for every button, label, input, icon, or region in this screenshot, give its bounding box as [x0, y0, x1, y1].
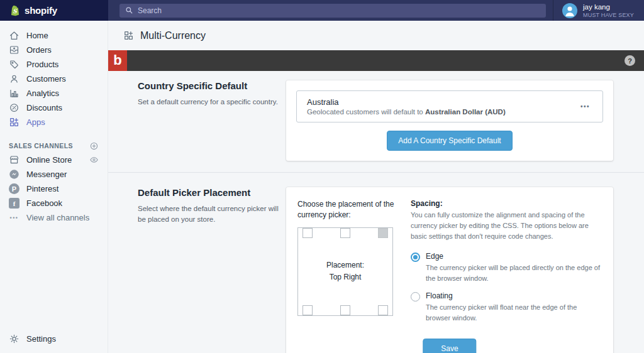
more-channels-icon: •••	[9, 215, 19, 221]
add-channel-icon[interactable]	[89, 141, 99, 151]
sidebar-item-label: Pinterest	[26, 184, 58, 193]
apps-icon	[9, 117, 19, 128]
gear-icon	[9, 334, 19, 344]
sidebar-item-label: Products	[26, 60, 58, 69]
placement-current-value: Placement: Top Right	[298, 228, 392, 315]
sidebar-item-label: Messenger	[26, 170, 67, 179]
page-header: Multi-Currency	[108, 21, 644, 50]
sidebar-item-view-all-channels[interactable]: ••• View all channels	[0, 210, 108, 225]
country-default-intro: Country Specific Default Set a default c…	[138, 80, 286, 161]
app-banner: b ?	[108, 50, 644, 71]
edge-radio[interactable]	[411, 253, 420, 262]
sidebar-item-label: Analytics	[26, 89, 59, 98]
shopify-logo[interactable]: S shopify	[0, 0, 108, 21]
spacing-description: You can fully customize the alignment an…	[411, 210, 602, 242]
spacing-option-edge: Edge The currency picker will be placed …	[411, 252, 602, 283]
pinterest-icon: P	[9, 183, 19, 194]
spacing-option-floating: Floating The currency picker will float …	[411, 291, 602, 323]
sidebar-item-apps[interactable]: Apps	[0, 115, 108, 129]
storefront-icon	[9, 155, 19, 165]
sidebar-item-label: Home	[26, 31, 48, 40]
sidebar-item-label: Facebook	[26, 198, 62, 208]
sidebar-item-label: Apps	[26, 117, 45, 127]
facebook-icon: f	[9, 198, 19, 209]
person-icon	[9, 73, 19, 84]
country-entry-row: Australia Geolocated customers will defa…	[296, 90, 603, 122]
sidebar-item-label: Settings	[26, 334, 56, 344]
edge-radio-label: Edge	[426, 252, 602, 261]
sidebar-item-products[interactable]: Products	[0, 57, 108, 72]
sidebar-item-messenger[interactable]: Messenger	[0, 167, 108, 182]
floating-radio-label: Floating	[426, 291, 602, 300]
sidebar-item-label: Orders	[26, 45, 52, 55]
edge-radio-description: The currency picker will be placed direc…	[426, 263, 602, 283]
picker-placement-card: Choose the placement of the currency pic…	[286, 187, 613, 353]
sales-channels-heading: SALES CHANNELS	[0, 139, 108, 153]
country-detail: Geolocated customers will default to Aus…	[307, 108, 578, 116]
spacing-options: Spacing: You can fully customize the ali…	[411, 199, 602, 331]
placement-chooser-label: Choose the placement of the currency pic…	[297, 199, 397, 221]
placement-chooser: Choose the placement of the currency pic…	[297, 199, 397, 331]
search-icon	[125, 6, 133, 14]
discount-icon	[9, 102, 19, 113]
country-entry-info: Australia Geolocated customers will defa…	[307, 97, 578, 116]
help-icon[interactable]: ?	[625, 55, 635, 66]
main-content: Multi-Currency b ? Country Specific Defa…	[108, 21, 644, 353]
sidebar-item-label: View all channels	[26, 213, 89, 222]
sidebar-item-orders[interactable]: Orders	[0, 43, 108, 57]
apps-page-icon	[123, 30, 134, 41]
messenger-icon	[9, 169, 19, 180]
sidebar-item-facebook[interactable]: f Facebook	[0, 196, 108, 210]
tag-icon	[9, 59, 19, 70]
country-default-card: Australia Geolocated customers will defa…	[286, 80, 613, 161]
topbar: S shopify	[0, 0, 644, 21]
shopify-bag-icon: S	[8, 4, 21, 17]
search-bar[interactable]	[119, 4, 546, 18]
section-description: Set a default currency for a specific co…	[138, 97, 286, 107]
sidebar-item-analytics[interactable]: Analytics	[0, 86, 108, 100]
more-options-icon[interactable]: •••	[578, 102, 592, 111]
sidebar-item-label: Discounts	[26, 103, 62, 112]
save-button[interactable]: Save	[423, 339, 476, 353]
floating-radio-description: The currency picker will float near the …	[426, 302, 602, 323]
country-default-section: Country Specific Default Set a default c…	[108, 71, 644, 172]
section-heading: Default Picker Placement	[138, 187, 286, 198]
app-window: S shopify	[0, 0, 644, 353]
bar-chart-icon	[9, 88, 19, 99]
view-store-eye-icon[interactable]	[89, 155, 99, 165]
country-name: Australia	[307, 97, 578, 107]
user-menu[interactable]: jay kang MUST HAVE SEXY	[553, 0, 644, 21]
sidebar-item-label: Customers	[26, 74, 66, 84]
country-currency: Australian Dollar (AUD)	[425, 108, 506, 116]
sidebar-item-settings[interactable]: Settings	[0, 332, 108, 346]
avatar	[562, 3, 577, 18]
home-icon	[9, 30, 19, 41]
picker-placement-intro: Default Picker Placement Select where th…	[138, 187, 286, 353]
sidebar-item-online-store[interactable]: Online Store	[0, 153, 108, 167]
app-logo: b	[108, 50, 127, 71]
section-description: Select where the default currency picker…	[138, 204, 286, 225]
sidebar-item-label: Online Store	[26, 155, 72, 165]
user-store-name: MUST HAVE SEXY	[583, 12, 634, 18]
add-country-default-button[interactable]: Add A Country Specific Default	[387, 131, 512, 151]
user-name: jay kang	[583, 3, 634, 11]
section-heading: Country Specific Default	[138, 80, 286, 91]
sidebar-item-home[interactable]: Home	[0, 28, 108, 43]
topbar-main: jay kang MUST HAVE SEXY	[108, 0, 644, 21]
spacing-heading: Spacing:	[411, 199, 602, 208]
floating-radio[interactable]	[411, 292, 420, 301]
orders-icon	[9, 45, 19, 55]
sidebar-item-discounts[interactable]: Discounts	[0, 100, 108, 115]
sidebar-item-pinterest[interactable]: P Pinterest	[0, 182, 108, 196]
search-input[interactable]	[138, 6, 540, 15]
page-title: Multi-Currency	[140, 30, 206, 41]
placement-preview-box: Placement: Top Right	[297, 227, 393, 316]
picker-placement-section: Default Picker Placement Select where th…	[108, 173, 644, 353]
sidebar-item-customers[interactable]: Customers	[0, 72, 108, 86]
sidebar: Home Orders	[0, 21, 108, 353]
brand-wordmark: shopify	[25, 5, 57, 16]
primary-nav: Home Orders	[0, 28, 108, 129]
